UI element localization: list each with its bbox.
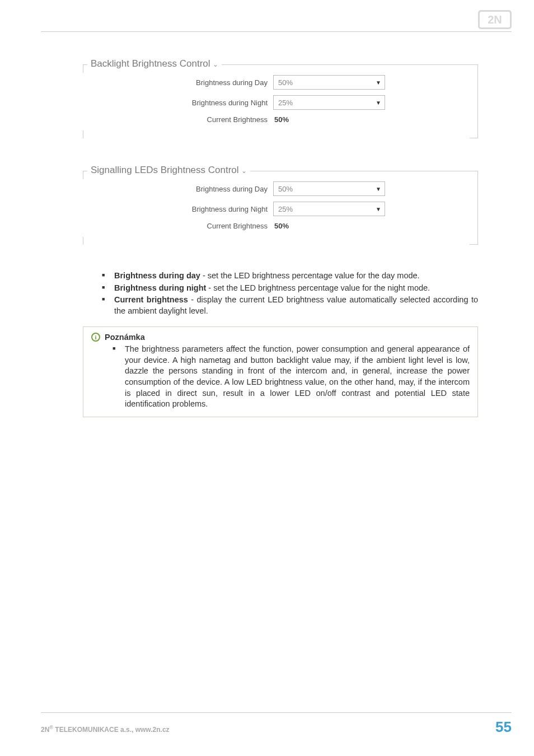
backlight-brightness-fieldset: Backlight Brightness Control ⌄ Brightnes… — [83, 64, 478, 138]
term-current-brightness: Current brightness — [114, 295, 188, 304]
signalling-current-label: Current Brightness — [95, 222, 273, 230]
backlight-night-label: Brightness during Night — [95, 99, 273, 107]
red-dot: . — [428, 283, 430, 292]
caret-down-icon: ▼ — [376, 80, 381, 86]
backlight-day-label: Brightness during Day — [95, 78, 273, 87]
signalling-day-select[interactable]: 50% ▼ — [273, 181, 385, 196]
list-item: Current brightness - display the current… — [114, 295, 478, 316]
signalling-day-label: Brightness during Day — [95, 185, 273, 193]
list-item: Brightness during night - set the LED br… — [114, 283, 478, 294]
backlight-night-select[interactable]: 25% ▼ — [273, 95, 385, 110]
description-list: Brightness during day - set the LED brig… — [83, 270, 478, 316]
list-item: Brightness during day - set the LED brig… — [114, 270, 478, 282]
signalling-night-label: Brightness during Night — [95, 205, 273, 213]
signalling-day-value: 50% — [278, 185, 293, 193]
signalling-night-value: 25% — [278, 205, 293, 213]
desc-brightness-night: - set the LED brightness percentage valu… — [206, 283, 428, 292]
caret-down-icon: ▼ — [376, 186, 381, 192]
page-number: 55 — [495, 718, 512, 736]
signalling-legend[interactable]: Signalling LEDs Brightness Control ⌄ — [87, 165, 250, 176]
backlight-current-label: Current Brightness — [95, 115, 273, 124]
page-footer: 2N® TELEKOMUNIKACE a.s., www.2n.cz 55 — [41, 712, 512, 736]
term-brightness-night: Brightness during night — [114, 283, 206, 292]
brand-logo: 2N — [478, 10, 512, 29]
signalling-night-select[interactable]: 25% ▼ — [273, 202, 385, 216]
signalling-legend-text: Signalling LEDs Brightness Control — [91, 165, 239, 175]
chevron-down-icon: ⌄ — [241, 167, 247, 175]
header-divider — [41, 31, 512, 32]
footer-company: 2N® TELEKOMUNIKACE a.s., www.2n.cz — [41, 725, 170, 734]
chevron-down-icon: ⌄ — [213, 60, 218, 68]
caret-down-icon: ▼ — [376, 206, 381, 212]
backlight-day-select[interactable]: 50% ▼ — [273, 75, 385, 90]
desc-brightness-day: - set the LED brightness percentage valu… — [200, 271, 420, 280]
note-body: The brightness parameters affect the fun… — [125, 344, 470, 409]
backlight-day-value: 50% — [278, 78, 293, 87]
backlight-night-value: 25% — [278, 99, 293, 107]
signalling-current-value: 50% — [273, 222, 289, 230]
signalling-brightness-fieldset: Signalling LEDs Brightness Control ⌄ Bri… — [83, 171, 478, 245]
svg-text:2N: 2N — [488, 13, 502, 26]
info-icon: i — [91, 333, 100, 342]
backlight-legend[interactable]: Backlight Brightness Control ⌄ — [87, 58, 222, 69]
note-title: Poznámka — [105, 333, 145, 342]
caret-down-icon: ▼ — [376, 100, 381, 106]
note-box: i Poznámka The brightness parameters aff… — [83, 326, 478, 417]
term-brightness-day: Brightness during day — [114, 271, 200, 280]
backlight-legend-text: Backlight Brightness Control — [91, 58, 210, 69]
backlight-current-value: 50% — [273, 115, 289, 124]
